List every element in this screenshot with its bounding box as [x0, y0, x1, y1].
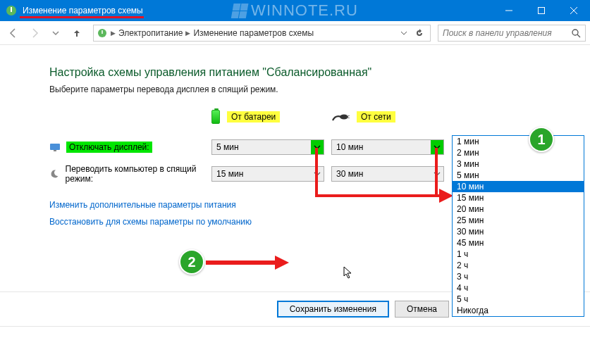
dropdown-options-list[interactable]: 1 мин2 мин3 мин5 мин10 мин15 мин20 мин25… — [452, 135, 584, 317]
svg-rect-3 — [539, 8, 545, 14]
refresh-button[interactable] — [412, 25, 427, 41]
annotation-arrowhead — [275, 256, 289, 270]
cursor-icon — [343, 266, 353, 279]
window-controls — [493, 0, 590, 21]
dropdown-option[interactable]: 25 мин — [453, 215, 584, 226]
search-input[interactable] — [443, 28, 571, 38]
windows-logo-icon — [231, 4, 248, 18]
chevron-right-icon: ▶ — [111, 30, 116, 37]
maximize-button[interactable] — [525, 0, 558, 21]
dropdown-option[interactable]: 3 мин — [453, 158, 584, 170]
watermark: WINNOTE.RU — [232, 1, 358, 20]
annotation-arrow — [435, 148, 438, 197]
display-icon — [49, 142, 61, 153]
navigation-bar: ▶ Электропитание ▶ Изменение параметров … — [0, 21, 590, 45]
dropdown-option[interactable]: 10 мин — [453, 181, 584, 192]
chevron-right-icon: ▶ — [185, 30, 190, 37]
recent-button[interactable] — [47, 24, 65, 42]
address-bar[interactable]: ▶ Электропитание ▶ Изменение параметров … — [93, 25, 431, 42]
dropdown-option[interactable]: 45 мин — [453, 237, 584, 249]
display-off-battery-dropdown[interactable]: 5 мин — [211, 139, 324, 155]
dropdown-option[interactable]: 30 мин — [453, 226, 584, 237]
annotation-arrow — [315, 148, 318, 197]
dropdown-option[interactable]: Никогда — [453, 305, 584, 316]
dropdown-option[interactable]: 1 мин — [453, 136, 584, 147]
close-button[interactable] — [558, 0, 590, 21]
back-button[interactable] — [4, 24, 23, 42]
window-title: Изменение параметров схемы — [23, 6, 143, 15]
svg-line-8 — [577, 34, 580, 37]
svg-point-9 — [340, 115, 348, 120]
annotation-arrow — [206, 261, 276, 265]
annotation-badge-1: 1 — [529, 127, 554, 152]
cancel-button[interactable]: Отмена — [395, 301, 449, 318]
svg-point-7 — [572, 30, 578, 35]
display-off-ac-dropdown[interactable]: 10 мин — [331, 139, 444, 155]
sleep-row: Переводить компьютер в спящий режим: 15 … — [49, 161, 486, 187]
battery-icon — [211, 110, 220, 124]
advanced-settings-link[interactable]: Изменить дополнительные параметры питани… — [49, 200, 486, 210]
dropdown-option[interactable]: 5 мин — [453, 170, 584, 181]
annotation-badge-2: 2 — [179, 249, 204, 275]
dropdown-option[interactable]: 2 мин — [453, 147, 584, 158]
turn-off-display-row: Отключать дисплей: 5 мин 10 мин — [49, 134, 486, 161]
ac-column-header: От сети — [331, 110, 451, 124]
annotation-arrow — [315, 194, 439, 197]
save-button[interactable]: Сохранить изменения — [277, 301, 389, 318]
power-plan-icon — [6, 5, 17, 16]
svg-rect-1 — [11, 7, 12, 12]
sleep-label: Переводить компьютер в спящий режим: — [66, 164, 211, 184]
battery-column-header: От батареи — [211, 110, 331, 124]
dropdown-option[interactable]: 3 ч — [453, 271, 584, 282]
page-heading: Настройка схемы управления питанием "Сба… — [49, 66, 486, 79]
sleep-icon — [49, 168, 60, 180]
restore-defaults-link[interactable]: Восстановить для схемы параметры по умол… — [49, 217, 486, 227]
sleep-ac-dropdown[interactable]: 30 мин — [331, 166, 444, 182]
dropdown-option[interactable]: 4 ч — [453, 282, 584, 294]
annotation-underline — [20, 16, 144, 18]
titlebar: Изменение параметров схемы WINNOTE.RU — [0, 0, 590, 21]
minimize-button[interactable] — [493, 0, 525, 21]
breadcrumb-level-2[interactable]: Изменение параметров схемы — [193, 28, 314, 38]
dropdown-option[interactable]: 1 ч — [453, 249, 584, 260]
address-dropdown-button[interactable] — [396, 25, 412, 41]
dropdown-option[interactable]: 20 мин — [453, 203, 584, 215]
sleep-battery-dropdown[interactable]: 15 мин — [211, 166, 324, 182]
page-subtext: Выберите параметры перевода дисплея в сп… — [49, 84, 486, 94]
up-button[interactable] — [68, 24, 86, 42]
svg-rect-13 — [54, 150, 56, 151]
column-headers: От батареи От сети — [49, 110, 486, 124]
dropdown-option[interactable]: 15 мин — [453, 192, 584, 203]
breadcrumb-level-1[interactable]: Электропитание — [118, 28, 183, 38]
search-icon — [571, 28, 581, 38]
plug-icon — [331, 112, 350, 122]
forward-button[interactable] — [25, 24, 44, 42]
turn-off-display-label: Отключать дисплей: — [66, 142, 152, 153]
annotation-arrowhead — [439, 189, 453, 203]
dropdown-option[interactable]: 5 ч — [453, 294, 584, 305]
power-options-icon — [97, 27, 108, 39]
svg-rect-12 — [50, 144, 60, 150]
dropdown-option[interactable]: 2 ч — [453, 260, 584, 271]
search-box[interactable] — [438, 25, 586, 42]
